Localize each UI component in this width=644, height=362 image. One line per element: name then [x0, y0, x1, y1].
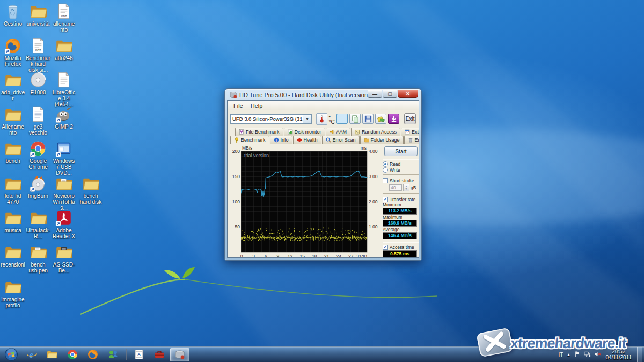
language-indicator[interactable]: IT — [559, 352, 564, 358]
desktop-icon-mozilla-firefox[interactable]: Mozilla Firefox — [1, 36, 25, 67]
close-button[interactable]: ✕ — [398, 90, 418, 98]
spinner-arrows[interactable]: ▲▼ — [403, 184, 409, 191]
tab-error-scan[interactable]: Error Scan — [322, 136, 360, 144]
taskbar-button-firefox[interactable] — [83, 348, 103, 361]
taskbar-button-toolbox-app[interactable] — [150, 348, 169, 361]
svg-text:50: 50 — [235, 224, 240, 230]
taskbar-button-hdtune[interactable] — [170, 348, 189, 361]
desktop-icon-adb-driver[interactable]: adb_driver — [1, 71, 25, 101]
short-stroke-checkbox[interactable]: Short stroke — [383, 178, 419, 183]
drive-select[interactable]: UFD 3.0 Silicon-Power32G (31 gB) ▼ — [230, 114, 312, 124]
desktop-icon-benchmark-hard-disk-si[interactable]: ODTBenchmark hard disk si... — [26, 36, 50, 73]
start-button[interactable] — [2, 348, 20, 361]
radio-unselected-icon — [383, 167, 388, 173]
desktop-icon-bench-hard-disk[interactable]: bench hard disk — [78, 174, 103, 205]
desktop-icon-e1000[interactable]: E1000 — [26, 71, 50, 95]
taskbar-button-windows-explorer[interactable] — [42, 348, 62, 361]
desktop-icon-imgburn[interactable]: ImgBurn — [26, 174, 50, 199]
desktop-icon-label: immagine profilo — [1, 297, 25, 308]
access-time-checkbox[interactable]: ✓ Access time — [383, 245, 419, 250]
show-hidden-icons-chevron-icon[interactable]: ▲ — [567, 352, 571, 357]
svg-text:ms: ms — [361, 145, 367, 151]
desktop-icon-ge3-vecchio[interactable]: ge3 vecchio — [26, 105, 50, 136]
desktop-icon-foto-hd-4770[interactable]: foto hd 4770 — [1, 174, 25, 205]
svg-text:21: 21 — [324, 254, 330, 257]
tab-health[interactable]: Health — [293, 136, 321, 144]
clock[interactable]: 20:52 04/11/2011 — [605, 349, 632, 360]
tab-random-access[interactable]: Random Access — [351, 128, 400, 136]
desktop-icon-musica[interactable]: musica — [1, 209, 25, 233]
thermometer-icon[interactable] — [316, 113, 327, 125]
start-button[interactable]: Start — [384, 146, 418, 156]
taskbar-button-internet-explorer[interactable]: e — [22, 348, 41, 361]
screenshot-button[interactable] — [336, 114, 348, 124]
desktop-icon-adobe-reader-x[interactable]: Adobe Reader X — [52, 209, 76, 239]
menu-bar: File Help — [228, 101, 419, 110]
desktop-icon-novicorp-wintoflas[interactable]: Novicorp WinToFlas... — [52, 174, 76, 211]
tab-benchmark[interactable]: Benchmark — [230, 136, 269, 144]
desktop-icon-label: AS-SSD-Be... — [52, 262, 76, 274]
disc-icon — [29, 71, 47, 89]
desktop-icon-bench-usb-pen[interactable]: bench usb pen — [26, 243, 50, 274]
action-center-flag-icon[interactable] — [574, 351, 581, 359]
desktop-icon-immagine-profilo[interactable]: immagine profilo — [1, 278, 25, 308]
folder-icon — [4, 105, 22, 123]
menu-file[interactable]: File — [230, 102, 247, 109]
desktop-icon-cestino[interactable]: Cestino — [1, 2, 25, 27]
network-icon[interactable] — [584, 351, 591, 359]
desktop-icon-atto246[interactable]: atto246 — [52, 36, 76, 61]
maximize-button[interactable]: ▢ — [383, 90, 397, 98]
tab-label: Random Access — [362, 129, 397, 135]
read-radio[interactable]: Read — [383, 161, 419, 167]
desktop-icon-windows-7-usb-dvd[interactable]: Windows 7 USB DVD... — [52, 139, 76, 176]
minimum-label: Minimum — [383, 203, 419, 208]
copy-button[interactable] — [349, 114, 361, 124]
menu-help[interactable]: Help — [247, 102, 267, 109]
desktop-icon-universit[interactable]: università — [26, 2, 50, 27]
error-scan-icon — [326, 137, 331, 143]
desktop-icon-label: foto hd 4770 — [1, 193, 25, 205]
tab-file-benchmark[interactable]: File Benchmark — [235, 128, 283, 136]
desktop-icon-recensioni[interactable]: recensioni — [1, 243, 25, 268]
add-button[interactable] — [375, 114, 386, 124]
desktop-icon-label: GIMP 2 — [52, 124, 76, 130]
desktop-icon-as-ssd-be[interactable]: AS-SSD-Be... — [52, 243, 76, 274]
write-label: Write — [390, 167, 400, 173]
desktop: CestinouniversitàODTallenamentoMozilla F… — [0, 0, 644, 362]
folder-docs-icon — [55, 174, 73, 193]
capture-button[interactable] — [388, 114, 399, 124]
desktop-icon-label: recensioni — [1, 262, 25, 268]
svg-text:3.00: 3.00 — [369, 174, 378, 179]
tab-aam[interactable]: AAM — [326, 128, 351, 136]
title-bar[interactable]: HD Tune Pro 5.00 - Hard Disk Utility (tr… — [227, 89, 419, 100]
taskbar-button-google-chrome[interactable] — [63, 348, 82, 361]
svg-text:200: 200 — [232, 149, 240, 154]
desktop-icon-ultrajack-r[interactable]: UltraJack-R... — [26, 209, 50, 239]
desktop-icon-bench[interactable]: bench — [1, 139, 25, 164]
tab-folder-usage[interactable]: Folder Usage — [360, 136, 404, 144]
checkbox-checked-icon: ✓ — [383, 245, 388, 250]
desktop-icon-gimp-2[interactable]: GIMP 2 — [52, 105, 76, 130]
transfer-rate-checkbox[interactable]: ✓ Transfer rate — [383, 197, 419, 202]
erase-icon — [408, 137, 413, 143]
exit-button[interactable]: Exit — [404, 113, 416, 124]
tab-extra-tests[interactable]: Extra tests — [401, 128, 419, 136]
stroke-size-input[interactable]: 40 — [389, 184, 402, 191]
taskbar-button-document-app[interactable]: A — [129, 348, 149, 361]
write-radio[interactable]: Write — [383, 167, 419, 173]
tab-info[interactable]: iInfo — [270, 136, 292, 144]
tab-disk-monitor[interactable]: Disk monitor — [284, 128, 325, 136]
volume-muted-icon[interactable] — [594, 351, 601, 359]
minimize-button[interactable]: ▬ — [368, 90, 382, 98]
taskbar-button-messenger[interactable] — [104, 348, 123, 361]
health-icon — [297, 137, 302, 143]
tab-erase[interactable]: Erase — [404, 136, 419, 144]
reader-icon — [55, 209, 73, 227]
desktop-icon-google-chrome[interactable]: Google Chrome — [26, 139, 50, 170]
save-button[interactable] — [362, 114, 374, 124]
chevron-down-icon[interactable]: ▼ — [303, 115, 311, 123]
show-desktop-button[interactable] — [637, 347, 642, 362]
desktop-icon-allenamento[interactable]: ODTallenamento — [52, 2, 76, 33]
desktop-icon-allenamento[interactable]: Allenamento — [1, 105, 25, 136]
desktop-icon-libreoffice-3-4-4e54[interactable]: LibreOffice 3.4 (4e54... — [52, 71, 76, 107]
